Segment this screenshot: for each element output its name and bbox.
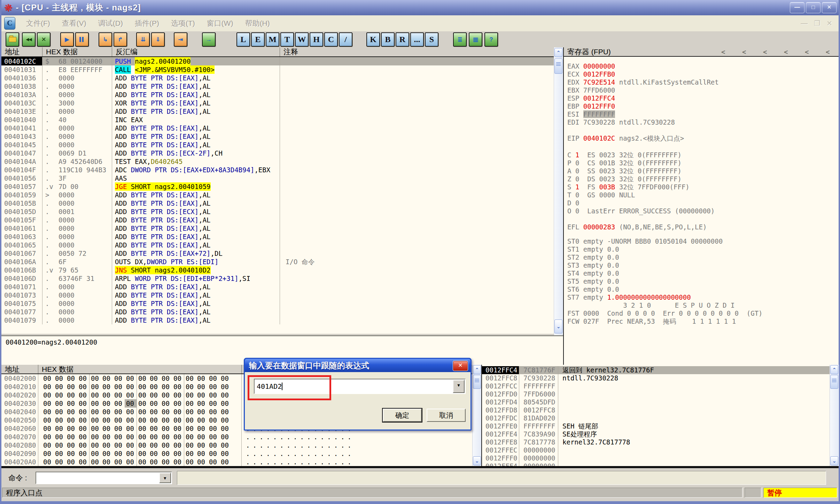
disasm-row[interactable]: 00401067.0050 72ADD BYTE PTR DS:[EAX+72]… xyxy=(1,249,554,258)
register-line[interactable]: ST0 empty -UNORM BBB0 01050104 00000000 xyxy=(567,237,839,245)
breakpoints-button[interactable]: B xyxy=(381,32,395,47)
run-button[interactable]: ▶ xyxy=(60,32,74,47)
register-line[interactable]: ST6 empty 0.0 xyxy=(567,285,839,293)
disasm-scroll-up-button[interactable]: ⌃ xyxy=(554,48,562,57)
cpu-button[interactable]: C xyxy=(324,32,338,47)
cancel-button[interactable]: 取消 xyxy=(427,409,466,422)
stack-row[interactable]: 0012FFCCFFFFFFFF xyxy=(482,382,832,390)
disasm-row[interactable]: 00401031.E8 EEFFFFFFCALL <JMP.&MSVBVM50.… xyxy=(1,65,554,74)
execute-till-user-button[interactable]: → xyxy=(202,32,216,47)
register-line[interactable]: ST1 empty 0.0 xyxy=(567,245,839,253)
dump-row[interactable]: 0040209000000000000000000000000000000000… xyxy=(1,449,472,458)
disasm-scroll-down-button[interactable]: ⌄ xyxy=(554,320,562,333)
disasm-row[interactable]: 00401040.40INC EAX xyxy=(1,116,554,124)
dialog-close-icon[interactable]: ✕ xyxy=(453,361,468,371)
minimize-button[interactable]: — xyxy=(790,2,804,13)
disasm-row[interactable]: 00401075.0000ADD BYTE PTR DS:[EAX],AL xyxy=(1,299,554,308)
stack-scroll-thumb[interactable] xyxy=(830,375,838,389)
references-button[interactable]: R xyxy=(396,32,409,47)
threads-button[interactable]: T xyxy=(280,32,294,47)
maximize-button[interactable]: □ xyxy=(806,2,820,13)
dump-scroll-down-button[interactable]: ⌄ xyxy=(473,456,481,465)
menu-item-5[interactable]: 窗口(W) xyxy=(201,18,239,28)
register-line[interactable]: EDI 7C930228 ntdll.7C930228 xyxy=(567,118,839,126)
dump-scroll-up-button[interactable]: ⌃ xyxy=(473,365,481,374)
disasm-row[interactable]: 00401079.0000ADD BYTE PTR DS:[EAX],AL xyxy=(1,316,554,324)
stack-row[interactable]: 0012FFC87C930228ntdll.7C930228 xyxy=(482,374,832,382)
disasm-row[interactable]: 00401063.0000ADD BYTE PTR DS:[EAX],AL xyxy=(1,233,554,241)
register-line[interactable]: C 1 ES 0023 32位 0(FFFFFFFF) xyxy=(567,151,839,159)
menu-item-6[interactable]: 帮助(H) xyxy=(239,18,276,28)
register-line[interactable]: EFL 00000283 (NO,B,NE,BE,S,PO,L,LE) xyxy=(567,223,839,231)
dialog-title-bar[interactable]: 输入要在数据窗口中跟随的表达式 ✕ xyxy=(244,358,472,372)
disasm-row[interactable]: 0040105D.0001ADD BYTE PTR DS:[ECX],AL xyxy=(1,207,554,216)
menu-item-1[interactable]: 查看(V) xyxy=(56,18,92,28)
register-line[interactable]: ESI FFFFFFFF xyxy=(567,110,839,118)
dump-row[interactable]: 0040208000000000000000000000000000000000… xyxy=(1,441,472,449)
registers-chevron-0[interactable]: < xyxy=(721,48,725,56)
register-line[interactable]: EBP 0012FFF0 xyxy=(567,102,839,110)
stack-row[interactable]: 0012FFEC00000000 xyxy=(482,446,832,454)
registers-chevron-5[interactable]: < xyxy=(826,48,830,56)
disasm-row[interactable]: 00401073.0000ADD BYTE PTR DS:[EAX],AL xyxy=(1,291,554,299)
dump-row[interactable]: 0040207000000000000000000000000000000000… xyxy=(1,433,472,441)
registers-chevron-2[interactable]: < xyxy=(763,48,767,56)
mdi-close-button[interactable]: ✕ xyxy=(826,19,832,27)
stack-panel[interactable]: 0012FFC47C81776F返回到 kernel32.7C81776F001… xyxy=(481,365,832,466)
expression-dropdown-button[interactable]: ▼ xyxy=(453,380,465,393)
register-line[interactable]: 3 2 1 0 E S P U O Z D I xyxy=(567,301,839,309)
disasm-row[interactable]: 00401059>0000ADD BYTE PTR DS:[EAX],AL xyxy=(1,191,554,199)
restart-button[interactable]: ◀◀ xyxy=(22,32,36,47)
animate-over-button[interactable]: ⇓ xyxy=(151,32,165,47)
stack-row[interactable]: 0012FFD07FFD6000 xyxy=(482,390,832,398)
menu-item-0[interactable]: 文件(F) xyxy=(20,18,56,28)
disasm-row[interactable]: 0040103C.3000XOR BYTE PTR DS:[EAX],AL xyxy=(1,99,554,107)
menu-item-4[interactable]: 选项(T) xyxy=(165,18,201,28)
disasm-row[interactable]: 0040106A.6FOUTS DX,DWORD PTR ES:[EDI]I/O… xyxy=(1,258,554,266)
menu-item-2[interactable]: 调试(D) xyxy=(92,18,129,28)
register-line[interactable]: S 1 FS 003B 32位 7FFDF000(FFF) xyxy=(567,183,839,191)
appearance-button[interactable]: ▦ xyxy=(469,32,482,47)
register-line[interactable]: EDX 7C92E514 ntdll.KiFastSystemCallRet xyxy=(567,78,839,86)
disasm-scroll-thumb[interactable] xyxy=(554,58,562,74)
register-line[interactable]: ST2 empty 0.0 xyxy=(567,253,839,261)
disasm-row[interactable]: 00401041.0000ADD BYTE PTR DS:[EAX],AL xyxy=(1,124,554,132)
disasm-row[interactable]: 00401056.3FAAS xyxy=(1,174,554,182)
menu-item-3[interactable]: 插件(P) xyxy=(129,18,165,28)
register-line[interactable]: Z 0 DS 0023 32位 0(FFFFFFFF) xyxy=(567,175,839,183)
mdi-minimize-button[interactable]: — xyxy=(801,19,808,27)
source-button[interactable]: S xyxy=(425,32,438,47)
stack-row[interactable]: 0012FFC47C81776F返回到 kernel32.7C81776F xyxy=(482,366,832,374)
disasm-row[interactable]: 00401061.0000ADD BYTE PTR DS:[EAX],AL xyxy=(1,224,554,233)
stack-row[interactable]: 0012FFE0FFFFFFFFSEH 链尾部 xyxy=(482,422,832,430)
disasm-row[interactable]: 0040106B.v79 65JNS SHORT nags2.004010D2 xyxy=(1,266,554,274)
register-line[interactable]: ST3 empty 0.0 xyxy=(567,261,839,269)
close-button[interactable]: ✕ xyxy=(822,2,837,13)
open-button[interactable] xyxy=(6,32,19,47)
registers-chevron-1[interactable]: < xyxy=(742,48,746,56)
registers-chevron-3[interactable]: < xyxy=(784,48,788,56)
disasm-row[interactable]: 00401038.0000ADD BYTE PTR DS:[EAX],AL xyxy=(1,82,554,90)
windows-button[interactable]: W xyxy=(295,32,309,47)
disasm-row[interactable]: 0040103A.0000ADD BYTE PTR DS:[EAX],AL xyxy=(1,90,554,99)
executables-button[interactable]: E xyxy=(251,32,265,47)
dump-scroll-thumb[interactable] xyxy=(473,375,481,389)
run-trace-button[interactable]: ... xyxy=(410,32,424,47)
cpu-window-icon[interactable]: C xyxy=(4,17,15,30)
stack-row[interactable]: 0012FFDC81DAD020 xyxy=(482,414,832,422)
help-button[interactable]: ? xyxy=(484,32,498,47)
disasm-row[interactable]: 00401065.0000ADD BYTE PTR DS:[EAX],AL xyxy=(1,241,554,249)
disasm-scrollbar[interactable]: ⌃ ⌄ xyxy=(554,47,563,335)
disasm-row[interactable]: 00401036.0000ADD BYTE PTR DS:[EAX],AL xyxy=(1,74,554,82)
patches-button[interactable]: / xyxy=(339,32,352,47)
stack-scroll-up-button[interactable]: ⌃ xyxy=(830,365,838,374)
memory-button[interactable]: M xyxy=(266,32,279,47)
step-over-button[interactable]: ↱ xyxy=(114,32,127,47)
stack-row[interactable]: 0012FFE47C839A90SE处理程序 xyxy=(482,430,832,438)
register-line[interactable]: O 0 LastErr ERROR_SUCCESS (00000000) xyxy=(567,207,839,215)
ok-button[interactable]: 确定 xyxy=(383,409,422,422)
register-line[interactable]: D 0 xyxy=(567,199,839,207)
register-line[interactable]: A 0 SS 0023 32位 0(FFFFFFFF) xyxy=(567,167,839,175)
register-line[interactable]: FCW 027F Prec NEAR,53 掩码 1 1 1 1 1 1 xyxy=(567,317,839,325)
handles-button[interactable]: H xyxy=(310,32,323,47)
